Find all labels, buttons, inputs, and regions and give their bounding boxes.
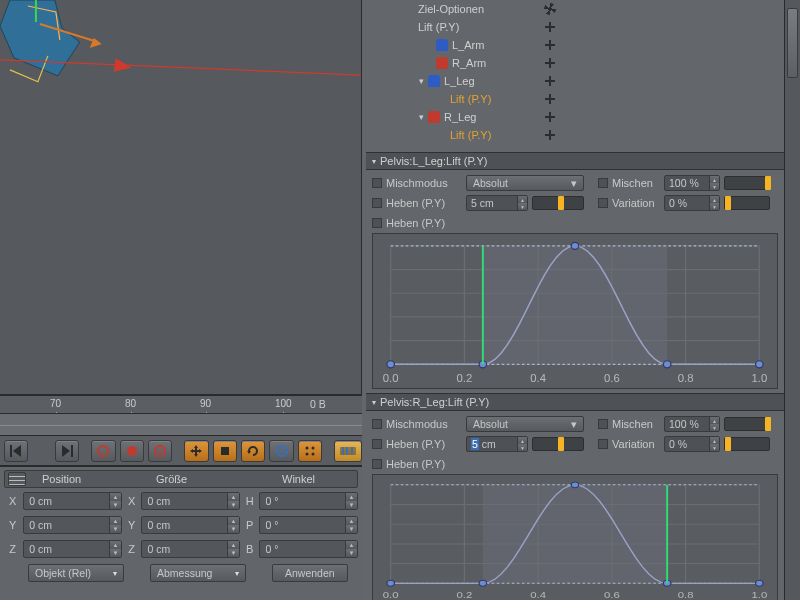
svg-rect-26 [351, 447, 353, 455]
mix-input[interactable]: 100 %▲▼ [664, 175, 720, 191]
variation-checkbox[interactable] [598, 439, 608, 449]
svg-text:0.6: 0.6 [604, 372, 620, 384]
timeline-tick: 70 [50, 398, 61, 409]
tree-item-label: Lift (P.Y) [450, 93, 491, 105]
apply-button[interactable]: Anwenden [272, 564, 348, 582]
angle-input[interactable]: 0 °▲▼ [259, 516, 358, 534]
heben-slider[interactable] [532, 437, 584, 451]
heben-input[interactable]: 5 cm▲▼ [466, 195, 528, 211]
heben-slider[interactable] [532, 196, 584, 210]
svg-marker-16 [247, 451, 251, 454]
tree-item-label: L_Arm [452, 39, 484, 51]
position-input[interactable]: 0 cm▲▼ [23, 540, 122, 558]
heben-curve-checkbox[interactable] [372, 218, 382, 228]
joint-icon [428, 111, 440, 123]
rotate-tool-button[interactable] [241, 440, 265, 462]
scrollbar-thumb[interactable] [787, 8, 798, 78]
angle-input[interactable]: 0 °▲▼ [259, 540, 358, 558]
heben-checkbox[interactable] [372, 439, 382, 449]
size-input[interactable]: 0 cm▲▼ [141, 492, 240, 510]
chevron-down-icon: ▾ [235, 569, 239, 578]
expander-icon[interactable]: ▾ [416, 76, 426, 86]
variation-label: Variation [612, 438, 660, 450]
tree-item[interactable]: Lift (P.Y) [366, 126, 784, 144]
gear-icon [544, 3, 556, 15]
expander-icon[interactable]: ▾ [416, 112, 426, 122]
heben-checkbox[interactable] [372, 198, 382, 208]
coord-row: Z 0 cm▲▼ Z 0 cm▲▼ B 0 °▲▼ [4, 538, 358, 560]
goto-end-button[interactable] [55, 440, 79, 462]
timeline-ruler[interactable]: 70 80 90 100 0 B [0, 395, 362, 413]
svg-text:0.4: 0.4 [530, 590, 546, 600]
variation-slider[interactable] [724, 196, 770, 210]
tree-item[interactable]: L_Arm [366, 36, 784, 54]
angle-axis-label: B [242, 543, 257, 555]
col-size-label: Größe [152, 473, 252, 485]
size-input[interactable]: 0 cm▲▼ [141, 516, 240, 534]
tree-item[interactable]: R_Arm [366, 54, 784, 72]
tree-item[interactable]: Ziel-Optionen [366, 0, 784, 18]
svg-point-20 [312, 446, 315, 449]
tree-item[interactable]: Lift (P.Y) [366, 18, 784, 36]
svg-rect-54 [483, 485, 667, 583]
svg-text:0.6: 0.6 [604, 590, 620, 600]
param-key-button[interactable]: P [269, 440, 293, 462]
mix-checkbox[interactable] [598, 178, 608, 188]
viewport-3d[interactable] [0, 0, 362, 395]
move-icon [544, 21, 556, 33]
panel-header[interactable]: ▾ Pelvis:L_Leg:Lift (P.Y) [366, 152, 784, 170]
scale-tool-button[interactable] [213, 440, 237, 462]
mixmode-combo[interactable]: Absolut▾ [466, 175, 584, 191]
object-tree[interactable]: Ziel-Optionen Lift (P.Y) L_Arm R_Arm ▾ L… [366, 0, 784, 152]
scrollbar-vertical[interactable] [784, 0, 800, 600]
mixmode-label: Mischmodus [386, 418, 462, 430]
timeline-tick: 90 [200, 398, 211, 409]
record-button[interactable] [91, 440, 115, 462]
svg-point-70 [479, 580, 487, 586]
mixmode-checkbox[interactable] [372, 419, 382, 429]
heben-curve-checkbox[interactable] [372, 459, 382, 469]
object-space-combo[interactable]: Objekt (Rel)▾ [28, 564, 124, 582]
heben-label: Heben (P.Y) [386, 438, 462, 450]
variation-input[interactable]: 0 %▲▼ [664, 195, 720, 211]
variation-slider[interactable] [724, 437, 770, 451]
tree-item[interactable]: ▾ R_Leg [366, 108, 784, 126]
svg-rect-25 [346, 447, 348, 455]
autokey-button[interactable] [120, 440, 144, 462]
move-icon [544, 129, 556, 141]
svg-rect-10 [71, 445, 73, 457]
position-input[interactable]: 0 cm▲▼ [23, 516, 122, 534]
dimension-combo[interactable]: Abmessung▾ [150, 564, 246, 582]
tree-item[interactable]: ▾ L_Leg [366, 72, 784, 90]
curve-graph[interactable]: 0.00.20.40.60.81.0 [372, 474, 778, 600]
size-input[interactable]: 0 cm▲▼ [141, 540, 240, 558]
angle-input[interactable]: 0 °▲▼ [259, 492, 358, 510]
panel-header[interactable]: ▾ Pelvis:R_Leg:Lift (P.Y) [366, 393, 784, 411]
mixmode-combo[interactable]: Absolut▾ [466, 416, 584, 432]
mix-checkbox[interactable] [598, 419, 608, 429]
mixmode-checkbox[interactable] [372, 178, 382, 188]
timeline-track[interactable] [0, 413, 362, 436]
svg-text:1.0: 1.0 [751, 372, 767, 384]
point-level-button[interactable] [298, 440, 322, 462]
tree-item-label: Ziel-Optionen [418, 3, 484, 15]
panel-handle-icon[interactable] [8, 472, 26, 486]
svg-text:0.8: 0.8 [678, 590, 694, 600]
svg-text:0.2: 0.2 [457, 590, 473, 600]
key-filter-button[interactable] [334, 440, 362, 462]
curve-graph[interactable]: 0.00.20.40.60.81.0 [372, 233, 778, 389]
goto-start-button[interactable] [4, 440, 28, 462]
svg-text:0.2: 0.2 [457, 372, 473, 384]
mix-slider[interactable] [724, 417, 770, 431]
mix-input[interactable]: 100 %▲▼ [664, 416, 720, 432]
mix-slider[interactable] [724, 176, 770, 190]
heben-input[interactable]: 5 cm▲▼ [466, 436, 528, 452]
move-tool-button[interactable] [184, 440, 208, 462]
joint-icon [436, 39, 448, 51]
variation-input[interactable]: 0 %▲▼ [664, 436, 720, 452]
position-input[interactable]: 0 cm▲▼ [23, 492, 122, 510]
tree-item[interactable]: Lift (P.Y) [366, 90, 784, 108]
variation-checkbox[interactable] [598, 198, 608, 208]
key-options-button[interactable]: ? [148, 440, 172, 462]
heben-label: Heben (P.Y) [386, 197, 462, 209]
